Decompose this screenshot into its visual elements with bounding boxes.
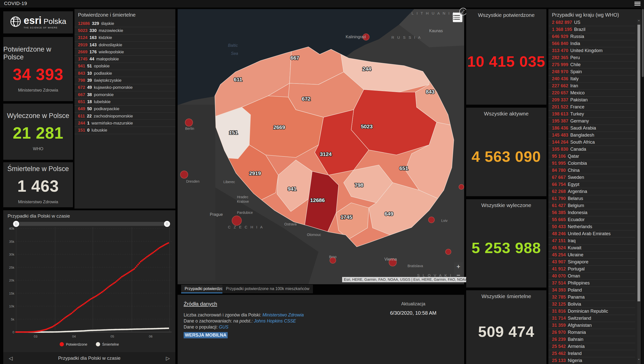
gus-link[interactable]: GUS [219, 325, 228, 330]
case-count: 566 840 [552, 41, 568, 46]
table-row[interactable]: 43 907Singapore [548, 259, 635, 266]
table-row[interactable]: 1510lubuskie [74, 127, 175, 134]
table-row[interactable]: 282 365Peru [548, 54, 635, 61]
table-row[interactable]: 220 657Mexico [548, 90, 635, 97]
case-count: 50 433 [552, 224, 566, 229]
ministerstwo-zdrowia-link[interactable]: Ministerstwo Zdrowia [262, 312, 304, 317]
map-panel[interactable]: BalticSeaL I T H U A N I AKaunasKalining… [178, 9, 464, 284]
table-row[interactable]: 45 524Kuwait [548, 245, 635, 252]
table-row[interactable]: 31 816Dominican Republic [548, 308, 635, 315]
table-row[interactable]: 50 433Netherlands [548, 223, 635, 230]
table-row[interactable]: 32 125Bolivia [548, 301, 635, 308]
case-bubble[interactable] [180, 171, 188, 178]
table-row[interactable]: 2669176wielkopolskie [74, 49, 175, 56]
basemap-label: Liberec [223, 180, 235, 184]
slider-handle-right[interactable] [164, 221, 170, 227]
poland-choropleth-map[interactable]: BalticSeaL I T H U A N I AKaunasKalining… [178, 9, 464, 284]
map-expand-icon[interactable]: ⤢ [459, 8, 467, 15]
table-row[interactable]: 94151opolskie [74, 63, 175, 70]
table-row[interactable]: 62 268Argentina [548, 188, 635, 195]
countries-scrollbar[interactable] [637, 19, 640, 364]
table-row[interactable]: 566 840India [548, 40, 635, 47]
tab-per-100k[interactable]: Przypadki potwierdzone na 100k mieszkańc… [222, 285, 313, 293]
country-name: China [568, 168, 580, 173]
table-row[interactable]: 61 790Belarus [548, 195, 635, 202]
table-row[interactable]: 144 264South Africa [548, 139, 635, 146]
table-row[interactable]: 5023330mazowieckie [74, 27, 175, 34]
voivodeship-panel: Potwierdzone i śmiertelne 12686329śląski… [74, 9, 175, 209]
table-row[interactable]: 201 522France [548, 104, 635, 111]
table-row[interactable]: 31 714Switzerland [548, 315, 635, 322]
table-row[interactable]: 61122zachodniopomorskie [74, 113, 175, 120]
table-row[interactable]: 186 436Saudi Arabia [548, 125, 635, 132]
table-row[interactable]: 40 070Oman [548, 273, 635, 280]
table-row[interactable]: 41 912Portugal [548, 266, 635, 273]
table-row[interactable]: 32 785Panama [548, 294, 635, 301]
table-row[interactable]: 145 483Bangladesh [548, 132, 635, 139]
table-row[interactable]: 25 133Nigeria [548, 357, 635, 364]
table-row[interactable]: 45 254Ukraine [548, 252, 635, 259]
table-row[interactable]: 55 665Ecuador [548, 216, 635, 223]
table-row[interactable]: 66738pomorskie [74, 91, 175, 98]
table-row[interactable]: 12686329śląskie [74, 20, 175, 27]
table-row[interactable]: 248 970Spain [548, 68, 635, 75]
case-bubble[interactable] [459, 184, 464, 189]
table-row[interactable]: 646 929Russia [548, 33, 635, 40]
scroll-up-icon[interactable]: ⌃ [637, 20, 640, 23]
case-bubble[interactable] [428, 217, 434, 223]
table-row[interactable]: 1 368 195Brazil [548, 26, 635, 33]
table-row[interactable]: 67 667Sweden [548, 174, 635, 181]
hamburger-menu-icon[interactable] [634, 2, 640, 6]
table-row[interactable]: 313 470United Kingdom [548, 47, 635, 54]
johns-hopkins-link[interactable]: Johns Hopkins CSSE [254, 318, 296, 323]
table-row[interactable]: 84310podlaskie [74, 70, 175, 77]
table-row[interactable]: 195 387Germany [548, 118, 635, 125]
table-row[interactable]: 240 436Italy [548, 75, 635, 83]
table-row[interactable]: 34 393Poland [548, 287, 635, 294]
table-row[interactable]: 227 662Iran [548, 83, 635, 90]
table-row[interactable]: 2 682 897US [548, 19, 635, 26]
map-zoom-in-button[interactable]: + [454, 262, 463, 271]
scroll-down-icon[interactable]: ⌄ [637, 357, 640, 360]
table-row[interactable]: 105 830Canada [548, 146, 635, 153]
table-row[interactable]: 95 106Qatar [548, 153, 635, 160]
table-row[interactable]: 84 780China [548, 167, 635, 174]
table-row[interactable]: 64950podkarpackie [74, 106, 175, 113]
table-row[interactable]: 2441warmińsko-mazurskie [74, 120, 175, 127]
basemap-label: Sea [231, 51, 238, 56]
table-row[interactable]: 174544małopolskie [74, 56, 175, 63]
table-row[interactable]: 3124163łódzkie [74, 34, 175, 42]
time-series-chart[interactable]: 05k10k15k20k25k30k35k40k03040506 [3, 210, 175, 342]
table-row[interactable]: 37 514Philippines [548, 280, 635, 287]
table-row[interactable]: 65118lubelskie [74, 98, 175, 105]
table-row[interactable]: 56 385Indonesia [548, 209, 635, 216]
table-row[interactable]: 31 359Afghanistan [548, 322, 635, 329]
table-row[interactable]: 2919143dolnośląskie [74, 42, 175, 49]
table-row[interactable]: 26 970Romania [548, 329, 635, 336]
case-bubble[interactable] [446, 249, 451, 255]
case-count: 67 667 [552, 175, 566, 180]
pager-next-icon[interactable]: ▷ [160, 355, 175, 361]
stat-source: Ministerstwo Zdrowia [18, 88, 58, 93]
table-row[interactable]: 91 995Colombia [548, 160, 635, 167]
table-row[interactable]: 26 239Bahrain [548, 336, 635, 343]
table-row[interactable]: 67249kujawsko-pomorskie [74, 84, 175, 91]
table-row[interactable]: 25 462Ireland [548, 350, 635, 357]
table-row[interactable]: 209 337Pakistan [548, 97, 635, 104]
table-row[interactable]: 48 246United Arab Emirates [548, 230, 635, 237]
mobile-version-link[interactable]: WERSJA MOBILNA [184, 332, 228, 338]
table-row[interactable]: 25 542Armenia [548, 343, 635, 350]
page-scrollbar[interactable] [641, 8, 644, 364]
confirmed-count: 5023 [78, 28, 88, 33]
table-row[interactable]: 66 754Egypt [548, 181, 635, 188]
table-row[interactable]: 198 613Turkey [548, 111, 635, 118]
table-row[interactable]: 79839świętokrzyskie [74, 77, 175, 84]
table-row[interactable]: 61 427Belgium [548, 202, 635, 209]
table-row[interactable]: 47 151Iraq [548, 237, 635, 245]
case-bubble[interactable] [232, 216, 242, 225]
pager-prev-icon[interactable]: ◁ [3, 355, 18, 361]
case-bubble[interactable] [185, 119, 193, 126]
time-range-slider[interactable] [13, 222, 169, 226]
slider-handle-left[interactable] [13, 221, 19, 227]
table-row[interactable]: 275 999Chile [548, 61, 635, 68]
